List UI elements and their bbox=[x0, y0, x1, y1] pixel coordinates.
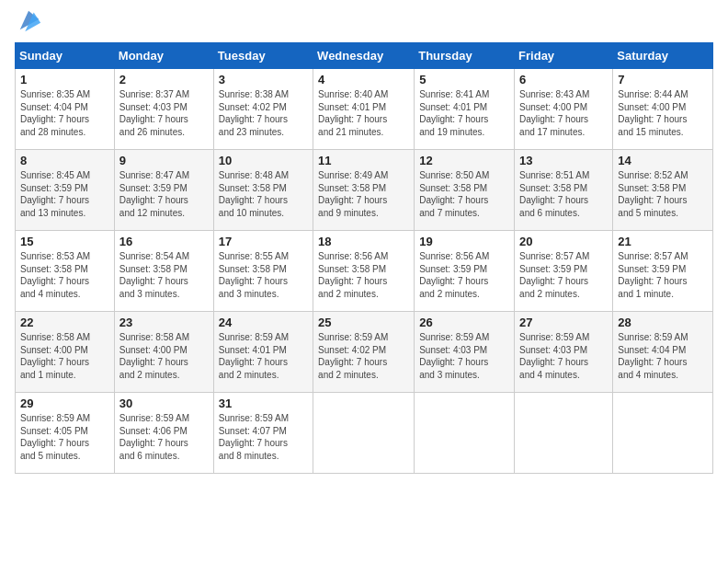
calendar-cell: 2Sunrise: 8:37 AMSunset: 4:03 PMDaylight… bbox=[114, 69, 213, 150]
calendar-cell: 8Sunrise: 8:45 AMSunset: 3:59 PMDaylight… bbox=[16, 150, 115, 231]
calendar-cell: 9Sunrise: 8:47 AMSunset: 3:59 PMDaylight… bbox=[114, 150, 213, 231]
day-info: Sunrise: 8:52 AMSunset: 3:58 PMDaylight:… bbox=[618, 170, 688, 218]
day-number: 16 bbox=[119, 235, 209, 248]
day-info: Sunrise: 8:59 AMSunset: 4:07 PMDaylight:… bbox=[219, 413, 289, 461]
calendar-cell: 26Sunrise: 8:59 AMSunset: 4:03 PMDayligh… bbox=[415, 312, 515, 393]
calendar-cell: 21Sunrise: 8:57 AMSunset: 3:59 PMDayligh… bbox=[613, 231, 713, 312]
day-number: 18 bbox=[318, 235, 409, 248]
calendar-table: SundayMondayTuesdayWednesdayThursdayFrid… bbox=[15, 42, 713, 474]
calendar-cell: 30Sunrise: 8:59 AMSunset: 4:06 PMDayligh… bbox=[114, 393, 213, 474]
calendar-cell: 7Sunrise: 8:44 AMSunset: 4:00 PMDaylight… bbox=[613, 69, 713, 150]
day-info: Sunrise: 8:54 AMSunset: 3:58 PMDaylight:… bbox=[119, 251, 189, 299]
day-info: Sunrise: 8:59 AMSunset: 4:05 PMDaylight:… bbox=[20, 413, 90, 461]
day-number: 28 bbox=[618, 316, 708, 329]
calendar-week-row: 29Sunrise: 8:59 AMSunset: 4:05 PMDayligh… bbox=[16, 393, 713, 474]
day-info: Sunrise: 8:43 AMSunset: 4:00 PMDaylight:… bbox=[519, 89, 589, 137]
col-header-sunday: Sunday bbox=[16, 43, 115, 69]
calendar-cell: 12Sunrise: 8:50 AMSunset: 3:58 PMDayligh… bbox=[415, 150, 515, 231]
calendar-week-row: 1Sunrise: 8:35 AMSunset: 4:04 PMDaylight… bbox=[16, 69, 713, 150]
calendar-week-row: 15Sunrise: 8:53 AMSunset: 3:58 PMDayligh… bbox=[16, 231, 713, 312]
day-info: Sunrise: 8:48 AMSunset: 3:58 PMDaylight:… bbox=[219, 170, 289, 218]
calendar-cell bbox=[313, 393, 415, 474]
col-header-tuesday: Tuesday bbox=[213, 43, 313, 69]
day-number: 4 bbox=[318, 73, 409, 86]
day-info: Sunrise: 8:40 AMSunset: 4:01 PMDaylight:… bbox=[318, 89, 388, 137]
day-info: Sunrise: 8:59 AMSunset: 4:06 PMDaylight:… bbox=[119, 413, 189, 461]
day-info: Sunrise: 8:51 AMSunset: 3:58 PMDaylight:… bbox=[519, 170, 589, 218]
calendar-cell: 25Sunrise: 8:59 AMSunset: 4:02 PMDayligh… bbox=[313, 312, 415, 393]
day-number: 11 bbox=[318, 154, 409, 167]
calendar-header-row: SundayMondayTuesdayWednesdayThursdayFrid… bbox=[16, 43, 713, 69]
calendar-cell: 18Sunrise: 8:56 AMSunset: 3:58 PMDayligh… bbox=[313, 231, 415, 312]
calendar-cell: 13Sunrise: 8:51 AMSunset: 3:58 PMDayligh… bbox=[515, 150, 613, 231]
col-header-wednesday: Wednesday bbox=[313, 43, 415, 69]
day-info: Sunrise: 8:44 AMSunset: 4:00 PMDaylight:… bbox=[618, 89, 688, 137]
day-number: 19 bbox=[419, 235, 509, 248]
calendar-cell: 14Sunrise: 8:52 AMSunset: 3:58 PMDayligh… bbox=[613, 150, 713, 231]
day-info: Sunrise: 8:59 AMSunset: 4:03 PMDaylight:… bbox=[419, 332, 489, 380]
day-info: Sunrise: 8:35 AMSunset: 4:04 PMDaylight:… bbox=[20, 89, 90, 137]
calendar-cell: 23Sunrise: 8:58 AMSunset: 4:00 PMDayligh… bbox=[114, 312, 213, 393]
calendar-cell: 5Sunrise: 8:41 AMSunset: 4:01 PMDaylight… bbox=[415, 69, 515, 150]
calendar-cell: 22Sunrise: 8:58 AMSunset: 4:00 PMDayligh… bbox=[16, 312, 115, 393]
day-number: 1 bbox=[20, 73, 109, 86]
calendar-cell: 3Sunrise: 8:38 AMSunset: 4:02 PMDaylight… bbox=[213, 69, 313, 150]
day-number: 29 bbox=[20, 396, 109, 410]
calendar-cell: 31Sunrise: 8:59 AMSunset: 4:07 PMDayligh… bbox=[213, 393, 313, 474]
day-info: Sunrise: 8:59 AMSunset: 4:04 PMDaylight:… bbox=[618, 332, 688, 380]
day-number: 22 bbox=[20, 316, 109, 329]
day-info: Sunrise: 8:55 AMSunset: 3:58 PMDaylight:… bbox=[219, 251, 289, 299]
day-number: 23 bbox=[119, 316, 209, 329]
calendar-cell: 4Sunrise: 8:40 AMSunset: 4:01 PMDaylight… bbox=[313, 69, 415, 150]
day-number: 20 bbox=[519, 235, 608, 248]
day-info: Sunrise: 8:57 AMSunset: 3:59 PMDaylight:… bbox=[618, 251, 688, 299]
calendar-cell: 20Sunrise: 8:57 AMSunset: 3:59 PMDayligh… bbox=[515, 231, 613, 312]
calendar-cell: 15Sunrise: 8:53 AMSunset: 3:58 PMDayligh… bbox=[16, 231, 115, 312]
calendar-cell bbox=[415, 393, 515, 474]
calendar-cell: 11Sunrise: 8:49 AMSunset: 3:58 PMDayligh… bbox=[313, 150, 415, 231]
day-info: Sunrise: 8:59 AMSunset: 4:02 PMDaylight:… bbox=[318, 332, 388, 380]
calendar-cell: 24Sunrise: 8:59 AMSunset: 4:01 PMDayligh… bbox=[213, 312, 313, 393]
day-number: 7 bbox=[618, 73, 708, 86]
day-info: Sunrise: 8:47 AMSunset: 3:59 PMDaylight:… bbox=[119, 170, 189, 218]
day-number: 15 bbox=[20, 235, 109, 248]
calendar-cell: 29Sunrise: 8:59 AMSunset: 4:05 PMDayligh… bbox=[16, 393, 115, 474]
day-number: 31 bbox=[219, 396, 308, 410]
col-header-monday: Monday bbox=[114, 43, 213, 69]
col-header-friday: Friday bbox=[515, 43, 613, 69]
day-number: 25 bbox=[318, 316, 409, 329]
day-number: 9 bbox=[119, 154, 209, 167]
day-number: 17 bbox=[219, 235, 308, 248]
day-info: Sunrise: 8:49 AMSunset: 3:58 PMDaylight:… bbox=[318, 170, 388, 218]
day-number: 2 bbox=[119, 73, 209, 86]
calendar-cell: 1Sunrise: 8:35 AMSunset: 4:04 PMDaylight… bbox=[16, 69, 115, 150]
page-container: SundayMondayTuesdayWednesdayThursdayFrid… bbox=[0, 0, 728, 481]
calendar-cell: 17Sunrise: 8:55 AMSunset: 3:58 PMDayligh… bbox=[213, 231, 313, 312]
calendar-cell: 6Sunrise: 8:43 AMSunset: 4:00 PMDaylight… bbox=[515, 69, 613, 150]
calendar-week-row: 22Sunrise: 8:58 AMSunset: 4:00 PMDayligh… bbox=[16, 312, 713, 393]
calendar-cell: 28Sunrise: 8:59 AMSunset: 4:04 PMDayligh… bbox=[613, 312, 713, 393]
day-number: 10 bbox=[219, 154, 308, 167]
day-number: 3 bbox=[219, 73, 308, 86]
day-number: 27 bbox=[519, 316, 608, 329]
day-number: 5 bbox=[419, 73, 509, 86]
calendar-cell: 10Sunrise: 8:48 AMSunset: 3:58 PMDayligh… bbox=[213, 150, 313, 231]
day-number: 24 bbox=[219, 316, 308, 329]
day-info: Sunrise: 8:58 AMSunset: 4:00 PMDaylight:… bbox=[119, 332, 189, 380]
header bbox=[15, 11, 713, 33]
day-info: Sunrise: 8:57 AMSunset: 3:59 PMDaylight:… bbox=[519, 251, 589, 299]
day-info: Sunrise: 8:41 AMSunset: 4:01 PMDaylight:… bbox=[419, 89, 489, 137]
day-info: Sunrise: 8:53 AMSunset: 3:58 PMDaylight:… bbox=[20, 251, 90, 299]
day-info: Sunrise: 8:37 AMSunset: 4:03 PMDaylight:… bbox=[119, 89, 189, 137]
calendar-cell bbox=[613, 393, 713, 474]
day-info: Sunrise: 8:50 AMSunset: 3:58 PMDaylight:… bbox=[419, 170, 489, 218]
logo-icon bbox=[17, 7, 42, 33]
logo bbox=[15, 11, 42, 33]
day-info: Sunrise: 8:56 AMSunset: 3:59 PMDaylight:… bbox=[419, 251, 489, 299]
col-header-thursday: Thursday bbox=[415, 43, 515, 69]
day-info: Sunrise: 8:58 AMSunset: 4:00 PMDaylight:… bbox=[20, 332, 90, 380]
day-number: 6 bbox=[519, 73, 608, 86]
calendar-week-row: 8Sunrise: 8:45 AMSunset: 3:59 PMDaylight… bbox=[16, 150, 713, 231]
day-number: 12 bbox=[419, 154, 509, 167]
day-number: 13 bbox=[519, 154, 608, 167]
